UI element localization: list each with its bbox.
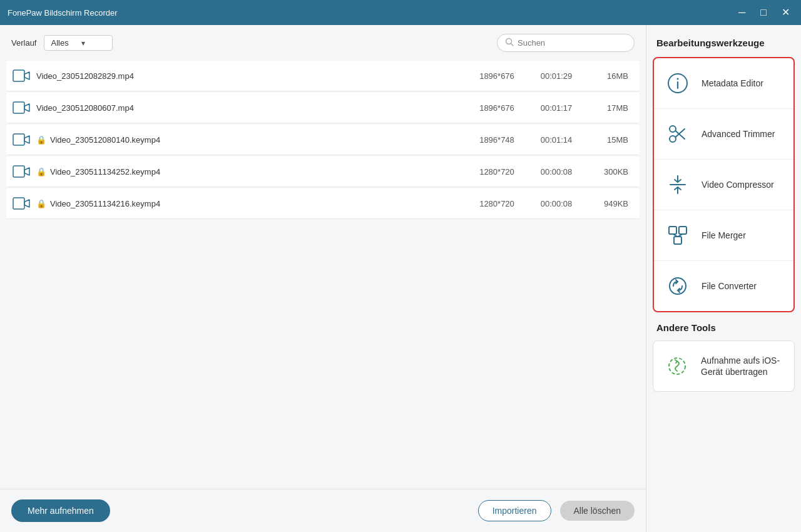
svg-point-11 (670, 126, 676, 132)
svg-line-1 (511, 44, 514, 46)
video-file-icon (11, 100, 31, 115)
maximize-button[interactable]: □ (757, 6, 770, 19)
file-resolution: 1280*720 (466, 167, 528, 176)
import-button[interactable]: Importieren (478, 500, 551, 521)
svg-line-12 (676, 129, 685, 137)
svg-rect-17 (669, 227, 676, 234)
tool-label-ios-transfer: Aufnahme aufs iOS-Gerät übertragen (701, 355, 784, 377)
delete-all-button[interactable]: Alle löschen (560, 501, 635, 521)
tool-label-file-merger: File Merger (702, 230, 746, 241)
convert-icon (664, 272, 691, 300)
file-name: Video_230512080607.mp4 (36, 103, 466, 113)
file-name: Video_230511134216.keymp4 (50, 199, 466, 208)
file-duration: 00:01:14 (528, 135, 584, 145)
tool-item-file-converter[interactable]: File Converter (654, 261, 793, 311)
table-row[interactable]: 🔒 Video_230511134252.keymp4 1280*720 00:… (6, 156, 640, 187)
title-bar: FonePaw Bildschirm Recorder ─ □ ✕ (0, 0, 801, 25)
other-tools-box: Aufnahme aufs iOS-Gerät übertragen (653, 340, 795, 392)
compress-icon (664, 171, 691, 198)
file-duration: 00:00:08 (528, 199, 584, 208)
svg-rect-4 (13, 134, 24, 145)
file-duration: 00:00:08 (528, 167, 584, 176)
tool-item-video-compressor[interactable]: Video Compressor (654, 160, 793, 210)
video-file-icon (11, 68, 31, 83)
file-resolution: 1896*748 (466, 135, 528, 145)
info-circle-icon (664, 69, 691, 97)
svg-rect-5 (13, 166, 24, 177)
history-label: Verlauf (11, 38, 36, 48)
main-content: Verlauf Alles ▾ (0, 25, 801, 532)
file-name: Video_230512080140.keymp4 (50, 135, 466, 145)
file-size: 17MB (584, 103, 635, 113)
minimize-button[interactable]: ─ (735, 6, 749, 19)
close-button[interactable]: ✕ (778, 6, 793, 19)
tool-label-file-converter: File Converter (702, 280, 757, 292)
tool-label-advanced-trimmer: Advanced Trimmer (702, 128, 775, 140)
svg-point-10 (670, 136, 676, 142)
file-resolution: 1896*676 (466, 103, 528, 113)
file-resolution: 1896*676 (466, 71, 528, 81)
svg-rect-2 (13, 70, 24, 81)
left-panel: Verlauf Alles ▾ (0, 25, 646, 532)
file-list: Video_230512082829.mp4 1896*676 00:01:29… (0, 61, 646, 220)
file-size: 949KB (584, 199, 635, 208)
video-file-icon (11, 196, 31, 211)
svg-point-9 (677, 78, 679, 80)
search-box (497, 34, 635, 52)
file-resolution: 1280*720 (466, 199, 528, 208)
filter-value: Alles (51, 38, 68, 48)
tool-item-advanced-trimmer[interactable]: Advanced Trimmer (654, 109, 793, 160)
svg-rect-18 (679, 227, 686, 234)
filter-dropdown[interactable]: Alles ▾ (44, 35, 113, 51)
file-name: Video_230512082829.mp4 (36, 71, 466, 81)
tool-item-file-merger[interactable]: File Merger (654, 210, 793, 261)
table-row[interactable]: 🔒 Video_230512080140.keymp4 1896*748 00:… (6, 125, 640, 155)
other-tools-title: Andere Tools (646, 315, 801, 338)
tools-section-title: Bearbeitungswerkzeuge (646, 31, 801, 54)
lock-icon: 🔒 (36, 135, 46, 145)
video-file-icon (11, 132, 31, 147)
table-row[interactable]: 🔒 Video_230511134216.keymp4 1280*720 00:… (6, 188, 640, 219)
window-controls: ─ □ ✕ (735, 6, 793, 19)
table-row[interactable]: Video_230512082829.mp4 1896*676 00:01:29… (6, 61, 640, 91)
svg-rect-19 (674, 237, 681, 244)
chevron-down-icon: ▾ (81, 39, 85, 48)
tool-item-ios-transfer[interactable]: Aufnahme aufs iOS-Gerät übertragen (653, 341, 794, 391)
tool-label-video-compressor: Video Compressor (702, 179, 774, 190)
record-button[interactable]: Mehr aufnehmen (11, 499, 110, 522)
search-icon (505, 38, 514, 48)
video-file-icon (11, 164, 31, 179)
file-list-wrapper: Video_230512082829.mp4 1896*676 00:01:29… (0, 61, 646, 489)
svg-point-22 (670, 278, 686, 294)
lock-icon: 🔒 (36, 199, 46, 208)
tool-label-metadata-editor: Metadata Editor (702, 78, 763, 89)
file-size: 15MB (584, 135, 635, 145)
file-duration: 00:01:29 (528, 71, 584, 81)
editing-tools-box: Metadata Editor Advanced Trimmer Video C… (653, 57, 795, 312)
search-input[interactable] (518, 38, 626, 48)
merge-icon (664, 222, 691, 249)
scissors-icon (664, 120, 691, 148)
svg-rect-6 (13, 198, 24, 209)
file-duration: 00:01:17 (528, 103, 584, 113)
file-size: 16MB (584, 71, 635, 81)
svg-line-13 (676, 131, 685, 139)
lock-icon: 🔒 (36, 167, 46, 176)
toolbar: Verlauf Alles ▾ (0, 25, 646, 61)
file-size: 300KB (584, 167, 635, 176)
app-title: FonePaw Bildschirm Recorder (8, 8, 735, 18)
right-panel: Bearbeitungswerkzeuge Metadata Editor Ad… (646, 25, 801, 532)
ios-sync-icon (663, 352, 691, 380)
tool-item-metadata-editor[interactable]: Metadata Editor (654, 58, 793, 109)
bottom-bar: Mehr aufnehmen Importieren Alle löschen (0, 489, 646, 532)
table-row[interactable]: Video_230512080607.mp4 1896*676 00:01:17… (6, 93, 640, 123)
svg-rect-3 (13, 102, 24, 113)
file-name: Video_230511134252.keymp4 (50, 167, 466, 176)
